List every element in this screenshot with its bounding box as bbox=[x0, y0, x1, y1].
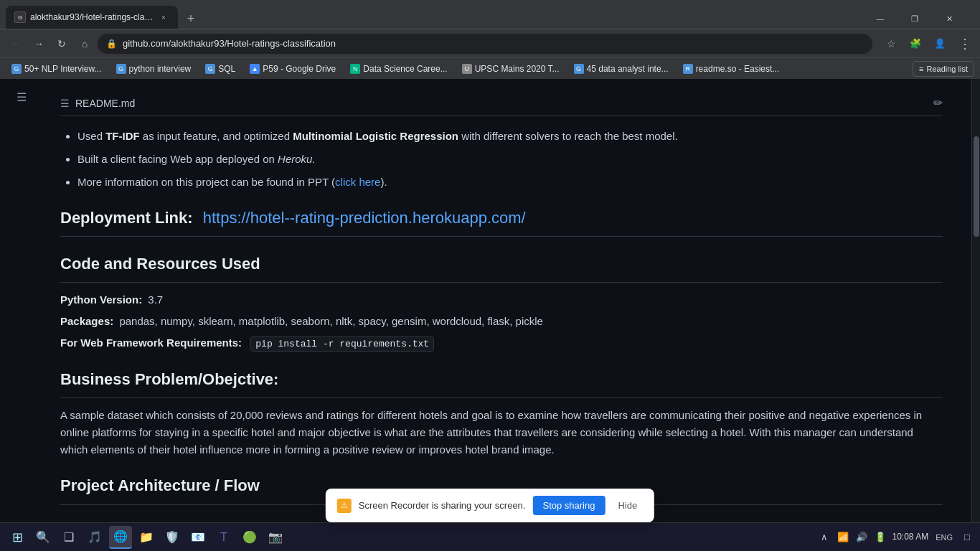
menu-button[interactable]: ⋮ bbox=[954, 34, 974, 54]
bookmark-reading-list[interactable]: ≡ Reading list bbox=[913, 61, 974, 77]
readme-content: Used TF-IDF as input feature, and optimi… bbox=[60, 128, 943, 505]
bookmark-python-favicon: G bbox=[116, 64, 126, 74]
explorer-icon: 📁 bbox=[139, 530, 154, 545]
readme-container: ☰ README.md ✏ Used TF-IDF as input featu… bbox=[43, 79, 971, 551]
taskbar-chrome[interactable]: 🌐 bbox=[109, 526, 132, 549]
taskbar-store[interactable]: 🟢 bbox=[238, 526, 261, 549]
readme-filename: README.md bbox=[75, 98, 135, 109]
maximize-button[interactable]: ❐ bbox=[898, 9, 931, 29]
bookmarks-bar: G 50+ NLP Interview... G python intervie… bbox=[0, 57, 980, 79]
bookmark-sql-favicon: G bbox=[205, 64, 215, 74]
taskbar-media[interactable]: 🎵 bbox=[83, 526, 106, 549]
packages-value: pandas, numpy, sklearn, matplotlib, seab… bbox=[119, 315, 543, 327]
bookmark-sql-label: SQL bbox=[218, 64, 235, 74]
profile-button[interactable]: 👤 bbox=[930, 34, 950, 54]
bookmark-upsc-label: UPSC Mains 2020 T... bbox=[475, 64, 560, 74]
web-framework-code: pip install -r requirements.txt bbox=[250, 336, 434, 352]
battery-icon[interactable]: 🔋 bbox=[873, 530, 887, 545]
taskview-icon: ❑ bbox=[62, 530, 76, 545]
bookmark-python-label: python interview bbox=[129, 64, 192, 74]
bookmark-readme-label: readme.so - Easiest... bbox=[696, 64, 780, 74]
bookmark-datasci[interactable]: N Data Science Caree... bbox=[344, 61, 453, 77]
bookmark-nlp[interactable]: G 50+ NLP Interview... bbox=[6, 61, 108, 77]
language-indicator[interactable]: ENG bbox=[933, 530, 956, 545]
notification-button[interactable]: □ bbox=[960, 530, 974, 545]
bookmark-analyst[interactable]: G 45 data analyst inte... bbox=[568, 61, 674, 77]
taskbar-explorer[interactable]: 📁 bbox=[135, 526, 158, 549]
close-button[interactable]: ✕ bbox=[933, 9, 966, 29]
web-framework-label: For Web Framework Requirements: bbox=[60, 336, 242, 349]
bullet-tfidf: Used TF-IDF as input feature, and optimi… bbox=[77, 128, 943, 145]
browser-chrome: G alokthakur93/Hotel-ratings-class... × … bbox=[0, 0, 980, 79]
extension-button[interactable]: 🧩 bbox=[905, 34, 925, 54]
python-version-value: 3.7 bbox=[148, 293, 163, 306]
hide-button[interactable]: Hide bbox=[612, 497, 643, 514]
tab-close-button[interactable]: × bbox=[158, 11, 169, 23]
bookmark-upsc[interactable]: U UPSC Mains 2020 T... bbox=[456, 61, 565, 77]
back-button[interactable]: ← bbox=[6, 34, 26, 54]
browser-toolbar: ← → ↻ ⌂ 🔒 github.com/alokthakur93/Hotel-… bbox=[0, 29, 980, 57]
taskbar-teams[interactable]: T bbox=[212, 526, 235, 549]
bullet-ppt: More information on this project can be … bbox=[77, 174, 943, 191]
address-bar[interactable]: 🔒 github.com/alokthakur93/Hotel-ratings-… bbox=[98, 34, 872, 54]
stop-sharing-button[interactable]: Stop sharing bbox=[532, 496, 605, 515]
bookmark-readme[interactable]: R readme.so - Easiest... bbox=[677, 61, 786, 77]
taskbar-taskview[interactable]: ❑ bbox=[57, 526, 80, 549]
taskbar-camera[interactable]: 📷 bbox=[264, 526, 287, 549]
business-heading: Business Problem/Obejctive: bbox=[60, 367, 943, 398]
taskbar-icons: 🔍 ❑ 🎵 🌐 📁 🛡️ 📧 T 🟢 📷 bbox=[32, 526, 287, 549]
python-version-line: Python Version: 3.7 bbox=[60, 291, 943, 309]
screen-share-text: Screen Recorder is sharing your screen. bbox=[359, 500, 526, 511]
taskbar-mail[interactable]: 📧 bbox=[187, 526, 209, 549]
minimize-button[interactable]: — bbox=[864, 9, 897, 29]
scrollbar-track[interactable] bbox=[971, 79, 980, 551]
screen-share-icon-glyph: ⚠ bbox=[341, 501, 348, 510]
network-icon[interactable]: 📶 bbox=[836, 530, 850, 545]
tab-favicon: G bbox=[14, 11, 26, 23]
search-icon: 🔍 bbox=[36, 530, 50, 545]
deployment-heading: Deployment Link: https://hotel--rating-p… bbox=[60, 205, 943, 237]
new-tab-button[interactable]: + bbox=[181, 9, 201, 29]
readme-list-icon: ☰ bbox=[60, 98, 70, 109]
screen-share-icon: ⚠ bbox=[337, 499, 352, 513]
toolbar-actions: ☆ 🧩 👤 ⋮ bbox=[881, 34, 974, 54]
teams-icon: T bbox=[217, 530, 231, 545]
bookmark-p59[interactable]: ▲ P59 - Google Drive bbox=[244, 61, 341, 77]
windows-start-button[interactable]: ⊞ bbox=[6, 527, 29, 547]
chrome-icon: 🌐 bbox=[113, 529, 128, 544]
code-resources-heading: Code and Resources Used bbox=[60, 251, 943, 283]
reading-list-icon: ≡ bbox=[919, 65, 923, 73]
tab-spacer: — ❐ ✕ bbox=[201, 9, 974, 29]
deployment-heading-text: Deployment Link: bbox=[60, 209, 193, 227]
click-here-link[interactable]: click here bbox=[335, 176, 380, 188]
deployment-url-link[interactable]: https://hotel--rating-prediction.herokua… bbox=[203, 209, 526, 227]
bookmark-sql[interactable]: G SQL bbox=[199, 61, 241, 77]
tray-up-arrow[interactable]: ∧ bbox=[817, 530, 831, 545]
scrollbar-thumb[interactable] bbox=[974, 136, 979, 237]
forward-button[interactable]: → bbox=[29, 34, 49, 54]
bookmark-datasci-label: Data Science Caree... bbox=[363, 64, 447, 74]
volume-icon[interactable]: 🔊 bbox=[854, 530, 869, 545]
readme-edit-button[interactable]: ✏ bbox=[933, 96, 943, 110]
address-text: github.com/alokthakur93/Hotel-ratings-cl… bbox=[123, 38, 864, 49]
taskbar-tray: ∧ 📶 🔊 🔋 10:08 AM ENG □ bbox=[817, 530, 974, 545]
bookmark-python[interactable]: G python interview bbox=[110, 61, 197, 77]
taskbar-security[interactable]: 🛡️ bbox=[161, 526, 184, 549]
active-tab[interactable]: G alokthakur93/Hotel-ratings-class... × bbox=[6, 6, 178, 29]
taskbar-search[interactable]: 🔍 bbox=[32, 526, 55, 549]
packages-label: Packages: bbox=[60, 315, 113, 327]
packages-line: Packages: pandas, numpy, sklearn, matplo… bbox=[60, 313, 943, 330]
bookmark-star-button[interactable]: ☆ bbox=[881, 34, 901, 54]
taskbar-clock[interactable]: 10:08 AM bbox=[892, 532, 928, 543]
tab-bar: G alokthakur93/Hotel-ratings-class... × … bbox=[0, 0, 980, 29]
home-button[interactable]: ⌂ bbox=[75, 34, 95, 54]
sidebar-toggle-button[interactable]: ☰ bbox=[17, 90, 27, 545]
media-icon: 🎵 bbox=[88, 530, 102, 545]
refresh-button[interactable]: ↻ bbox=[52, 34, 72, 54]
code-resources-section: Code and Resources Used Python Version: … bbox=[60, 251, 943, 352]
reading-list-label: Reading list bbox=[927, 65, 968, 73]
camera-icon: 📷 bbox=[268, 530, 283, 545]
bookmark-upsc-favicon: U bbox=[462, 64, 472, 74]
python-version-label: Python Version: bbox=[60, 293, 142, 306]
readme-header: ☰ README.md ✏ bbox=[60, 96, 943, 116]
